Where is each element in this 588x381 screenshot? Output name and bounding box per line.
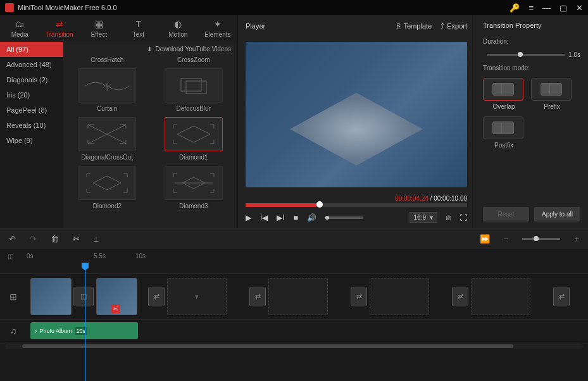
minimize-button[interactable]: — <box>542 3 551 13</box>
tab-motion[interactable]: ◐Motion <box>158 15 198 42</box>
delete-button[interactable]: 🗑 <box>51 234 59 244</box>
transition-slot[interactable]: ⇄ <box>351 287 367 306</box>
category-advanced[interactable]: Advanced (48) <box>0 57 63 72</box>
thumb-diamond1[interactable]: Diamond1 <box>155 117 233 161</box>
volume-icon[interactable]: 🔊 <box>307 213 316 222</box>
transition-slot[interactable]: ⇄ <box>249 287 266 306</box>
snapshot-button[interactable]: ⎚ <box>446 213 451 222</box>
thumb-defocusblur[interactable]: DefocusBlur <box>155 68 233 112</box>
audio-clip[interactable]: ♪ Photo Album 10s <box>30 322 138 339</box>
export-button[interactable]: ⤴Export <box>441 22 467 30</box>
redo-button[interactable]: ↷ <box>30 234 37 244</box>
transition-slot[interactable]: ⇄ <box>553 287 570 306</box>
speed-icon[interactable]: ⏩ <box>480 234 490 244</box>
app-logo <box>5 3 14 12</box>
thumb-label: Diamond3 <box>155 203 233 209</box>
category-all[interactable]: All (97) <box>0 42 63 57</box>
prev-frame-button[interactable]: I◀ <box>260 213 268 222</box>
effect-icon: ▦ <box>95 19 103 29</box>
stop-button[interactable]: ■ <box>294 213 298 222</box>
key-icon[interactable]: 🔑 <box>510 3 520 13</box>
transition-slot[interactable]: ⇄ <box>148 287 165 306</box>
export-icon: ⤴ <box>441 22 444 30</box>
transition-slot[interactable]: ⇄ <box>452 287 468 306</box>
property-panel: Transition Property Duration: 1.0s Trans… <box>475 15 588 228</box>
thumb-label: Curtain <box>68 105 146 112</box>
video-preview[interactable] <box>246 42 467 187</box>
category-wipe[interactable]: Wipe (9) <box>0 133 63 148</box>
split-indicator: ✂ <box>111 304 120 313</box>
tab-elements[interactable]: ✦Elements <box>198 15 238 42</box>
tab-text[interactable]: TText <box>119 15 159 42</box>
empty-clip-slot[interactable]: ▾ <box>167 278 227 315</box>
maximize-button[interactable]: ▢ <box>560 3 567 13</box>
player-title: Player <box>246 22 265 30</box>
split-button[interactable]: ✂ <box>73 234 80 244</box>
menu-icon[interactable]: ≡ <box>529 3 534 13</box>
horizontal-scrollbar[interactable] <box>5 344 583 349</box>
fullscreen-button[interactable]: ⛶ <box>460 213 467 222</box>
category-list: All (97) Advanced (48) Diagonals (2) Iri… <box>0 42 63 228</box>
aspect-ratio-select[interactable]: 16:9▾ <box>410 212 437 223</box>
zoom-out-button[interactable]: − <box>504 234 509 244</box>
close-button[interactable]: ✕ <box>576 3 583 13</box>
elements-icon: ✦ <box>214 19 222 29</box>
duration-label: Duration: <box>483 38 509 45</box>
crop-button[interactable]: ⟂ <box>94 234 99 244</box>
thumb-label: CrossZoom <box>155 56 233 63</box>
download-link[interactable]: ⬇ Download YouTube Videos <box>63 42 237 56</box>
timeline-ruler[interactable]: ◫ 0s 5.5s 10s <box>0 249 588 263</box>
audio-track-icon: ♫ <box>0 326 27 336</box>
music-icon: ♪ <box>34 328 37 334</box>
undo-button[interactable]: ↶ <box>9 234 16 244</box>
timeline-panel: ↶ ↷ 🗑 ✂ ⟂ ⏩ − + ◫ 0s 5.5s 10s ⊞ ◫ ⇄ ▾ ⇄ <box>0 228 588 381</box>
thumb-diagonalcrossout[interactable]: DiagonalCrossOut <box>68 117 146 161</box>
folder-icon: 🗂 <box>15 19 24 29</box>
next-frame-button[interactable]: ▶I <box>277 213 284 222</box>
tab-media[interactable]: 🗂Media <box>0 15 40 42</box>
download-icon: ⬇ <box>147 46 152 53</box>
svg-rect-0 <box>181 78 201 91</box>
playhead[interactable] <box>85 263 85 381</box>
time-current: 00:00:04.24 <box>395 195 428 202</box>
empty-clip-slot[interactable] <box>370 278 429 315</box>
zoom-in-button[interactable]: + <box>574 234 579 244</box>
thumb-diamond3[interactable]: Diamond3 <box>155 166 233 209</box>
text-icon: T <box>135 19 141 29</box>
seek-bar[interactable] <box>246 203 467 207</box>
mode-postfix[interactable] <box>483 116 523 139</box>
thumb-label: Diamond2 <box>68 203 146 209</box>
property-title: Transition Property <box>483 22 580 29</box>
category-diagonals[interactable]: Diagonals (2) <box>0 72 63 87</box>
tab-effect[interactable]: ▦Effect <box>79 15 119 42</box>
thumb-label: Diamond1 <box>155 154 233 161</box>
mode-prefix[interactable] <box>531 78 572 101</box>
category-iris[interactable]: Iris (20) <box>0 87 63 103</box>
mode-overlap[interactable] <box>483 78 523 101</box>
template-button[interactable]: ⎘Template <box>397 22 432 30</box>
duration-slider[interactable] <box>487 54 565 56</box>
play-button[interactable]: ▶ <box>246 213 251 222</box>
thumb-diamond2[interactable]: Diamond2 <box>68 166 146 209</box>
category-pagepeel[interactable]: PagePeel (8) <box>0 103 63 118</box>
transition-icon: ⇄ <box>56 19 63 29</box>
template-icon: ⎘ <box>397 22 401 30</box>
tab-transition[interactable]: ⇄Transition <box>40 15 80 42</box>
transition-clip[interactable]: ◫ <box>73 287 94 306</box>
category-reveals[interactable]: Reveals (10) <box>0 118 63 133</box>
thumb-label: CrossHatch <box>68 56 146 63</box>
thumb-curtain[interactable]: Curtain <box>68 68 146 112</box>
empty-clip-slot[interactable] <box>471 278 530 315</box>
apply-all-button[interactable]: Apply to all <box>534 207 580 222</box>
app-title: MiniTool MovieMaker Free 6.0.0 <box>18 4 510 11</box>
player-panel: Player ⎘Template ⤴Export 00:00:04.24 / 0… <box>238 15 475 228</box>
duration-value: 1.0s <box>568 51 580 58</box>
thumb-label: DefocusBlur <box>155 105 233 112</box>
empty-clip-slot[interactable] <box>268 278 328 315</box>
fit-icon[interactable]: ◫ <box>8 253 13 259</box>
motion-icon: ◐ <box>174 19 182 29</box>
volume-slider[interactable] <box>325 216 363 219</box>
reset-button[interactable]: Reset <box>483 207 529 222</box>
zoom-slider[interactable] <box>522 238 560 240</box>
video-clip-1[interactable] <box>30 278 72 315</box>
